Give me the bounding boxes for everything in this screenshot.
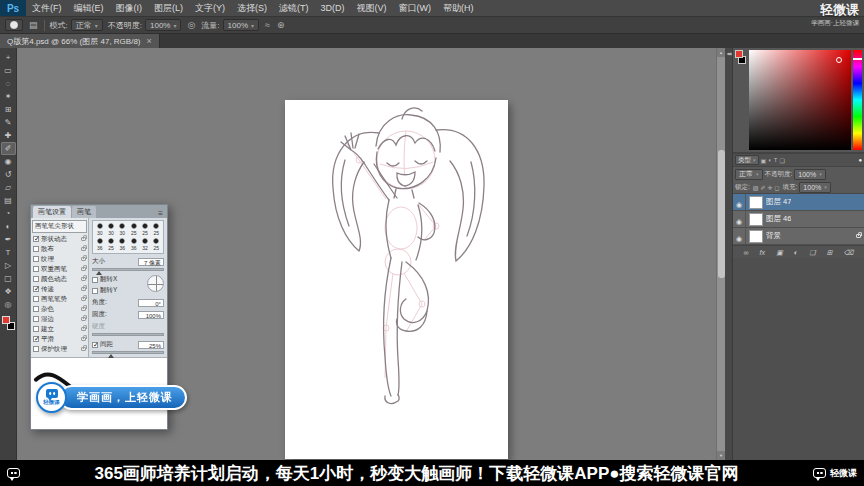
brush-preset[interactable]: 36: [128, 237, 139, 252]
blur-tool[interactable]: ◔: [1, 207, 16, 220]
lock-all-icon[interactable]: ◻: [774, 184, 781, 191]
brush-panel-tab[interactable]: 画笔设置: [33, 206, 71, 218]
brush-option-row[interactable]: 传递: [31, 284, 88, 294]
checkbox[interactable]: [33, 316, 39, 322]
visibility-toggle[interactable]: [733, 211, 746, 227]
brush-preset[interactable]: 30: [117, 222, 128, 237]
flow-select[interactable]: 100%: [223, 19, 259, 31]
dodge-tool[interactable]: ◐: [1, 220, 16, 233]
pen-tool[interactable]: ✒: [1, 233, 16, 246]
brush-option-row[interactable]: 杂色: [31, 304, 88, 314]
slider-thumb[interactable]: [96, 271, 102, 275]
path-selection-tool[interactable]: ▷: [1, 259, 16, 272]
airbrush-icon[interactable]: ≈: [264, 20, 271, 30]
brush-preset[interactable]: 36: [94, 237, 105, 252]
layer-thumbnail[interactable]: [749, 196, 763, 209]
visibility-toggle[interactable]: [733, 194, 746, 210]
filter-image-icon[interactable]: ▣: [761, 157, 767, 164]
spacing-value[interactable]: 25%: [138, 341, 164, 349]
lock-pixels-icon[interactable]: ✐: [759, 184, 766, 191]
lock-icon[interactable]: [81, 257, 86, 261]
flip-y-checkbox[interactable]: [92, 288, 98, 294]
eraser-tool[interactable]: ▱: [1, 181, 16, 194]
checkbox[interactable]: [33, 336, 39, 342]
checkbox[interactable]: [33, 306, 39, 312]
link-layers-icon[interactable]: ∞: [744, 249, 749, 256]
lock-icon[interactable]: [81, 237, 86, 241]
saturation-brightness-field[interactable]: [749, 50, 851, 150]
scrollbar-thumb[interactable]: [718, 150, 725, 278]
close-tab-icon[interactable]: ×: [147, 37, 152, 46]
menu-item[interactable]: 图层(L): [148, 0, 189, 17]
brush-preset[interactable]: 25: [151, 222, 162, 237]
filter-type-icon[interactable]: T: [774, 157, 778, 164]
roundness-value[interactable]: 100%: [138, 311, 164, 319]
menu-item[interactable]: 文件(F): [26, 0, 68, 17]
checkbox[interactable]: [33, 246, 39, 252]
hue-slider[interactable]: [853, 50, 862, 150]
lock-icon[interactable]: [81, 247, 86, 251]
brush-preset[interactable]: 25: [151, 237, 162, 252]
layer-row[interactable]: 图层 46: [733, 211, 864, 228]
lock-icon[interactable]: [81, 317, 86, 321]
menu-item[interactable]: 帮助(H): [437, 0, 480, 17]
pressure-opacity-icon[interactable]: ◎: [186, 20, 196, 30]
layer-filter-select[interactable]: 类型: [735, 155, 759, 165]
blend-mode-select[interactable]: 正常: [735, 169, 763, 180]
type-tool[interactable]: T: [1, 246, 16, 259]
layer-thumbnail[interactable]: [749, 213, 763, 226]
checkbox[interactable]: [33, 286, 39, 292]
magic-wand-tool[interactable]: ✶: [1, 90, 16, 103]
checkbox[interactable]: [33, 296, 39, 302]
brush-option-row[interactable]: 双重画笔: [31, 264, 88, 274]
filter-shape-icon[interactable]: ❏: [779, 157, 784, 164]
layer-row[interactable]: 背景: [733, 228, 864, 245]
brush-panel-tab[interactable]: 画笔: [72, 206, 96, 218]
pressure-size-icon[interactable]: ⊛: [276, 20, 286, 30]
layer-row[interactable]: 图层 47: [733, 194, 864, 211]
gradient-tool[interactable]: ▤: [1, 194, 16, 207]
brush-option-row[interactable]: 形状动态: [31, 234, 88, 244]
delete-layer-icon[interactable]: ⌫: [843, 249, 853, 256]
layer-thumbnail[interactable]: [749, 230, 763, 243]
brush-preset-picker[interactable]: [5, 19, 23, 31]
brush-option-row[interactable]: 湿边: [31, 314, 88, 324]
crop-tool[interactable]: ⊞: [1, 103, 16, 116]
brush-tool[interactable]: ✐: [1, 142, 16, 155]
fill-select[interactable]: 100%: [799, 182, 830, 193]
checkbox[interactable]: [33, 256, 39, 262]
brush-preset[interactable]: 25: [128, 222, 139, 237]
document-tab[interactable]: Q版第4.psd @ 66% (图层 47, RGB/8) ×: [0, 34, 160, 48]
brush-preset[interactable]: 30: [105, 222, 116, 237]
slider-thumb[interactable]: [108, 354, 114, 358]
filter-toggle-icon[interactable]: ●: [858, 157, 862, 163]
brush-preset[interactable]: 36: [117, 237, 128, 252]
checkbox[interactable]: [33, 236, 39, 242]
lock-transparency-icon[interactable]: ▨: [752, 184, 760, 191]
brush-option-row[interactable]: 平滑: [31, 334, 88, 344]
lock-icon[interactable]: [81, 327, 86, 331]
flip-x-checkbox[interactable]: [92, 277, 98, 283]
menu-item[interactable]: 滤镜(T): [273, 0, 315, 17]
menu-item[interactable]: 3D(D): [315, 0, 351, 17]
checkbox[interactable]: [33, 346, 39, 352]
menu-item[interactable]: 窗口(W): [393, 0, 438, 17]
promo-badge[interactable]: 轻微课 学画画，上轻微课: [36, 382, 187, 413]
color-picker-cursor[interactable]: [836, 57, 842, 63]
brush-option-row[interactable]: 建立: [31, 324, 88, 334]
opacity-select[interactable]: 100%: [145, 19, 181, 31]
lock-icon[interactable]: [81, 307, 86, 311]
brush-preset[interactable]: 25: [105, 237, 116, 252]
panel-collapse-strip[interactable]: ◀◀: [725, 48, 733, 460]
toggle-brush-panel-icon[interactable]: ▤: [28, 20, 39, 30]
hardness-slider[interactable]: [92, 333, 164, 336]
lock-icon[interactable]: [81, 347, 86, 351]
layer-opacity-select[interactable]: 100%: [794, 169, 825, 180]
scroll-down-icon[interactable]: ▼: [717, 451, 725, 460]
hand-tool[interactable]: ❖: [1, 285, 16, 298]
filter-adjustment-icon[interactable]: ◐: [768, 157, 772, 164]
spacing-checkbox[interactable]: [92, 342, 98, 348]
shape-tool[interactable]: ▢: [1, 272, 16, 285]
brush-option-row[interactable]: 散布: [31, 244, 88, 254]
mode-select[interactable]: 正常: [71, 19, 103, 31]
